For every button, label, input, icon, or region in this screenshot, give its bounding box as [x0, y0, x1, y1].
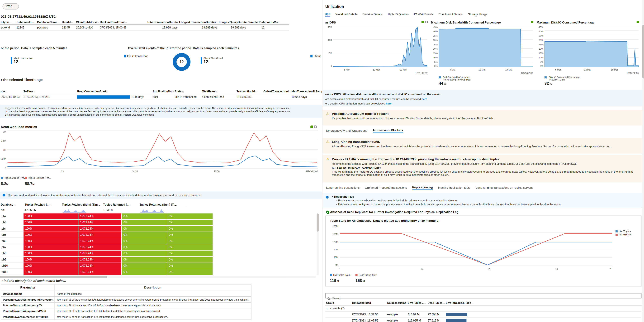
column-header[interactable]: LiveTuples... — [407, 302, 427, 304]
timezone-label: UTC+02:00 — [404, 72, 427, 74]
axis-tick-label: 5 Mar — [450, 68, 455, 71]
warning-body: This will terminate the PostgreSQL backe… — [332, 170, 639, 176]
chart-toolbar — [636, 20, 639, 23]
emergency-av-mxid-cell: 0% — [167, 214, 212, 219]
bandwidth-series — [439, 26, 533, 67]
column-header[interactable]: ToTime — [23, 90, 76, 93]
column-header[interactable]: Group — [326, 302, 351, 304]
column-header[interactable]: DeadTuples — [427, 302, 445, 304]
column-header[interactable]: UserId — [61, 20, 75, 24]
top-tab-bar: age Workload Details Session Details Hig… — [326, 12, 487, 16]
tuple-chart-title: Tuple State for All databases. Data is p… — [330, 219, 439, 222]
search-box — [326, 293, 642, 298]
column-header[interactable]: Tuples Returned (... — [102, 203, 139, 206]
tab-long-running-transactions[interactable]: Long-running transactions — [326, 186, 360, 190]
column-header[interactable]: DatabaseName — [36, 20, 61, 24]
table-row: PercentTowardsEmergencyAV how much % of … — [1, 302, 251, 308]
time-brush-end-handle[interactable]: ▲ — [610, 267, 612, 270]
time-brush-start-handle[interactable]: ▲ — [338, 267, 340, 270]
page-vertical-scrollbar[interactable] — [642, 0, 644, 322]
tab-io-wait-events[interactable]: IO Wait Events — [414, 13, 433, 16]
warning-body: It's possible that there could be autova… — [332, 117, 639, 120]
excel-export-icon[interactable] — [636, 20, 639, 23]
column-header[interactable]: FromConnectionStart — [76, 90, 152, 93]
tab-storage-usage[interactable]: Storage Usage — [468, 13, 487, 16]
search-input[interactable] — [326, 296, 641, 300]
axis-tick-label: 0 — [331, 65, 332, 67]
sort-icon — [13, 203, 16, 206]
diskio-legend-tile: Disk IO Consumed Percentage (Preview) (M… — [544, 76, 598, 86]
backend-table-row: ackend 12345 postgres 12345 10.106.146.X… — [0, 25, 289, 30]
tuple-chart-legend: LiveTuples DeadTuples — [616, 230, 632, 236]
column-header[interactable]: TransactionId — [236, 90, 262, 93]
wraparound-mxid-cell: 0% — [122, 238, 167, 244]
column-header[interactable]: Tuples Fetched (Sum) (Tim... — [61, 203, 102, 206]
column-header[interactable]: dType — [0, 20, 16, 24]
pin-icon[interactable] — [425, 20, 428, 23]
chevron-down-icon[interactable]: ⌄ — [326, 307, 328, 310]
excel-export-icon[interactable] — [531, 20, 533, 23]
y-axis: 15K10K5K0 — [326, 26, 332, 67]
tab-workload-details[interactable]: Workload Details — [336, 13, 357, 16]
column-header[interactable]: ClientIpAddress — [75, 20, 99, 24]
sort-icon — [471, 302, 474, 304]
column-header[interactable]: OldestTransactionId — [262, 90, 290, 93]
column-header[interactable]: LiveToDead%oRatio — [445, 302, 474, 304]
tab-checkpoint-details[interactable]: Checkpoint Details — [438, 13, 463, 16]
tab-orphaned-prepared-transactions[interactable]: Orphaned Prepared transactions — [365, 186, 407, 190]
column-header[interactable]: LongestQueryDuration — [218, 20, 247, 24]
legend-client: Client — [310, 54, 322, 57]
tab-emergency-av-wraparound[interactable]: Emergency AV and Wraparound — [326, 129, 368, 133]
wraparound-protection-cell: 100% — [24, 220, 78, 226]
column-header[interactable]: DatabaseId — [16, 20, 36, 24]
tab-long-running-replica[interactable]: Long running transactions on replica ser… — [476, 186, 532, 190]
axis-tick-label: 10% — [433, 56, 438, 58]
tab-usage[interactable]: age — [326, 12, 330, 16]
column-header[interactable]: DatabaseName — [386, 302, 407, 304]
column-header[interactable]: Tuples Fetched (... — [24, 203, 61, 206]
column-header[interactable]: Database — [0, 203, 24, 206]
tab-high-io-queries[interactable]: High IO Queries — [388, 13, 409, 16]
table-row: db6 100% 1,072.24% 0% 0% — [0, 238, 316, 244]
wraparound-protection-cell: 100% — [24, 263, 78, 269]
column-header[interactable]: TimeGenerated — [351, 302, 386, 304]
tab-autovacuum-blockers[interactable]: Autovacuum Blockers — [373, 129, 403, 133]
period-right-title: Overall wait events of the PID for the p… — [128, 46, 239, 50]
chevron-down-icon — [14, 4, 16, 8]
sessions-table-row: 2023, 14:49:13 27/03/2023, 13:44:15 19.9… — [0, 94, 322, 100]
column-header[interactable]: SampledDatapointsCounter — [247, 20, 279, 24]
column-header[interactable]: Tuples Returned (Sum) (Ti... — [139, 203, 182, 206]
warning-icon: ⚠ — [326, 157, 329, 161]
sort-icon — [442, 302, 445, 304]
excel-export-icon[interactable] — [422, 20, 424, 23]
column-header[interactable]: State — [174, 90, 202, 93]
column-header[interactable]: me — [0, 90, 23, 93]
parameter-cell: PercentTowardsWraparoundMxid — [1, 308, 55, 314]
scrollbar-thumb[interactable] — [642, 25, 644, 78]
scrollbar-thumb[interactable] — [0, 276, 108, 278]
column-header[interactable]: BackendStartTime — [99, 20, 146, 24]
column-header[interactable]: Sampled — [314, 90, 322, 93]
axis-tick-label: 16:00 — [214, 170, 220, 172]
group-row[interactable]: ⌄example (7) — [326, 306, 642, 312]
y-axis: 200M160M120M80M40M0M — [328, 225, 338, 266]
scrollbar-thumb[interactable] — [317, 214, 319, 232]
pin-icon[interactable] — [314, 126, 316, 128]
column-header[interactable]: WaitEvent — [202, 90, 236, 93]
emergency-av-cell: 1,072.24% — [78, 214, 122, 219]
here-link[interactable]: here — [422, 98, 427, 100]
column-header[interactable]: LongestTransactionDuration — [178, 20, 218, 24]
grid-horizontal-scrollbar[interactable] — [0, 276, 316, 278]
chart-title: Maximum Disk IO Consumed Percentage — [536, 20, 594, 24]
column-header[interactable]: MaxTransactionTime — [290, 90, 314, 93]
excel-export-icon[interactable] — [310, 126, 313, 128]
tab-inactive-replication-slots[interactable]: Inactive Replication Slots — [438, 186, 470, 190]
tab-replication-lag[interactable]: Replication lag — [412, 186, 433, 190]
here-link[interactable]: here — [386, 102, 392, 105]
grid-vertical-scrollbar[interactable] — [317, 214, 319, 276]
column-header[interactable]: ApplicationName — [152, 90, 174, 93]
tab-session-details[interactable]: Session Details — [362, 13, 382, 16]
pid-filter-dropdown[interactable]: 1784 — [2, 4, 19, 10]
column-header[interactable]: TotalConnectionDuration — [146, 20, 178, 24]
info-icon: i — [326, 196, 328, 198]
